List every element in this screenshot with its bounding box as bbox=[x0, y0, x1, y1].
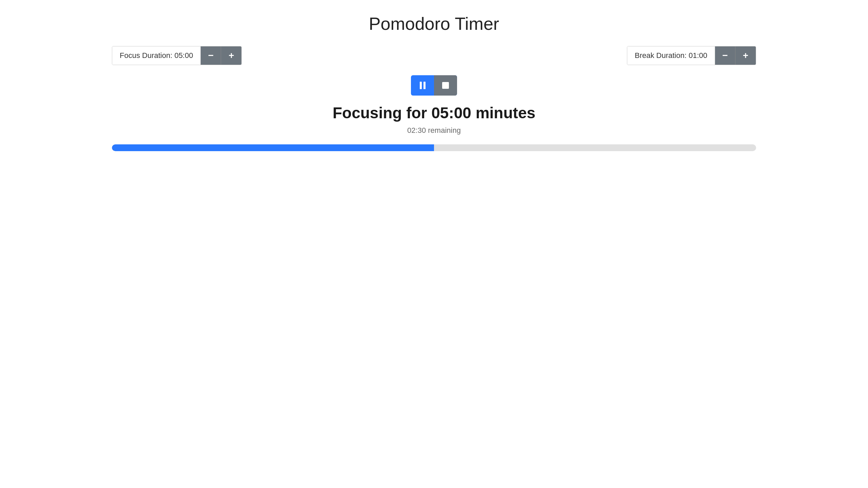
controls-row: Focus Duration: 05:00 − + Break Duration… bbox=[112, 46, 756, 65]
focus-duration-control: Focus Duration: 05:00 − + bbox=[112, 46, 242, 65]
pause-bar-right bbox=[423, 82, 426, 89]
page-title: Pomodoro Timer bbox=[369, 14, 499, 34]
break-duration-label: Break Duration: 01:00 bbox=[627, 46, 715, 65]
progress-bar-container bbox=[112, 144, 756, 151]
stop-button[interactable] bbox=[434, 75, 457, 96]
focus-duration-decrement-button[interactable]: − bbox=[201, 46, 221, 65]
break-duration-increment-button[interactable]: + bbox=[735, 46, 756, 65]
progress-bar-fill bbox=[112, 144, 434, 151]
pause-bar-left bbox=[420, 82, 422, 89]
break-duration-decrement-button[interactable]: − bbox=[715, 46, 735, 65]
focus-duration-label: Focus Duration: 05:00 bbox=[112, 46, 201, 65]
stop-icon bbox=[442, 82, 449, 89]
pause-icon bbox=[420, 82, 426, 89]
pause-button[interactable] bbox=[411, 75, 434, 96]
playback-controls bbox=[411, 75, 457, 96]
focusing-title: Focusing for 05:00 minutes bbox=[333, 104, 535, 122]
timer-section: Focusing for 05:00 minutes 02:30 remaini… bbox=[112, 75, 756, 151]
remaining-time-text: 02:30 remaining bbox=[407, 126, 461, 135]
break-duration-control: Break Duration: 01:00 − + bbox=[627, 46, 756, 65]
focus-duration-increment-button[interactable]: + bbox=[221, 46, 241, 65]
